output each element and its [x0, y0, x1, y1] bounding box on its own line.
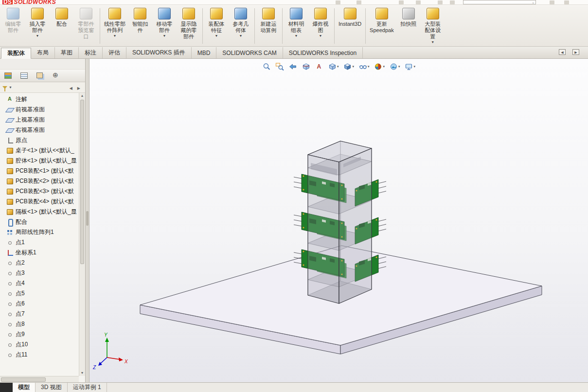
- command-tab[interactable]: MBD: [192, 47, 217, 58]
- tree-item-label: 上视基准面: [16, 116, 45, 124]
- command-tab[interactable]: SOLIDWORKS CAM: [216, 47, 283, 58]
- tree-item[interactable]: 点4: [0, 278, 79, 288]
- propertymanager-icon[interactable]: [20, 72, 28, 79]
- command-tab[interactable]: SOLIDWORKS 插件: [126, 47, 192, 58]
- tree-item[interactable]: 点8: [0, 319, 79, 329]
- view-tool-button[interactable]: ▾: [342, 62, 355, 71]
- tree-item[interactable]: 配合: [0, 217, 79, 227]
- tree-item[interactable]: 局部线性阵列1: [0, 227, 79, 237]
- filter-icon[interactable]: [2, 86, 7, 89]
- view-tool-button[interactable]: ▾: [374, 62, 386, 71]
- ribbon-button[interactable]: 零部件 预览窗 口 ▼: [74, 6, 98, 46]
- view-tool-button[interactable]: ▾: [358, 62, 370, 71]
- ribbon-button[interactable]: 移动零 部件 ▼: [152, 6, 177, 46]
- scroll-down-icon[interactable]: ▼: [79, 370, 85, 376]
- model-canvas[interactable]: Y X Z: [89, 59, 588, 382]
- view-tool-button[interactable]: ▾: [404, 62, 416, 71]
- scrollbar-thumb[interactable]: [1, 377, 46, 382]
- ribbon-group-separator: [365, 8, 366, 44]
- tree-item[interactable]: 点6: [0, 299, 79, 309]
- tree-item-label: 局部线性阵列1: [16, 228, 54, 236]
- pane-toggle-right-icon[interactable]: ▶: [572, 49, 579, 55]
- command-tab[interactable]: 草图: [55, 47, 79, 58]
- component-icon: [6, 178, 14, 185]
- ribbon-button[interactable]: 新建运 动算例 ▼: [256, 6, 281, 46]
- tree-item[interactable]: 隔板<1> (默认<默认_显: [0, 207, 79, 217]
- featuremanager-icon[interactable]: [4, 72, 12, 79]
- tree-vertical-scrollbar[interactable]: ▲ ▼: [79, 93, 85, 376]
- ribbon-button[interactable]: 插入零 部件 ▼: [25, 6, 50, 46]
- tree-item[interactable]: PCB装配<1> (默认<默: [0, 166, 79, 176]
- filter-caret-icon[interactable]: ▼: [9, 86, 12, 89]
- view-tool-button[interactable]: ▾: [389, 62, 401, 71]
- view-tool-button[interactable]: ▾: [262, 62, 271, 71]
- ribbon-button[interactable]: 线性零部 件阵列 ▼: [102, 6, 128, 46]
- graphics-viewport[interactable]: Y X Z ▾ ▾ ▾: [89, 59, 588, 382]
- configurationmanager-icon[interactable]: [36, 72, 44, 79]
- ribbon-button[interactable]: 配合 ▼: [50, 6, 74, 46]
- tree-item[interactable]: 前视基准面: [0, 105, 79, 115]
- tree-item[interactable]: 腔体<1> (默认<默认_显: [0, 156, 79, 166]
- command-tab[interactable]: 评估: [103, 47, 126, 58]
- tree-item[interactable]: 原点: [0, 135, 79, 145]
- tree-item[interactable]: PCB装配<4> (默认<默: [0, 196, 79, 207]
- command-tab[interactable]: SOLIDWORKS Inspection: [283, 47, 363, 58]
- tree-item[interactable]: 右视基准面: [0, 125, 79, 135]
- ribbon-button[interactable]: 显示隐 藏的零 部件 ▼: [177, 6, 201, 46]
- panel-top-gap: [0, 59, 85, 70]
- tree-item[interactable]: PCB装配<2> (默认<默: [0, 176, 79, 186]
- tree-item[interactable]: 坐标系1: [0, 248, 79, 258]
- tree-item[interactable]: 点3: [0, 268, 79, 278]
- scrollbar-thumb[interactable]: [80, 100, 84, 264]
- study-tab[interactable]: 模型: [13, 383, 36, 392]
- view-tool-button[interactable]: ▾: [301, 62, 311, 71]
- view-tool-button[interactable]: ▾: [275, 62, 285, 71]
- mate-icon: [55, 8, 68, 19]
- tree-item[interactable]: 点11: [0, 350, 79, 360]
- pane-toggle-left-icon[interactable]: ◀: [559, 49, 566, 55]
- ribbon-button-label: 移动零 部件: [157, 21, 173, 34]
- command-tab[interactable]: 标注: [79, 47, 103, 58]
- tree-item[interactable]: 点7: [0, 309, 79, 319]
- scroll-up-icon[interactable]: ▲: [79, 93, 85, 99]
- tree-item[interactable]: 上视基准面: [0, 115, 79, 125]
- tree-item[interactable]: PCB装配<3> (默认<默: [0, 186, 79, 196]
- dropdown-caret-icon: ▼: [431, 40, 434, 44]
- ribbon-button[interactable]: 智能扣 件 ▼: [128, 6, 152, 46]
- search-box[interactable]: ⌄: [463, 0, 536, 4]
- edit-component-icon: [7, 8, 19, 19]
- tree-item-label: 前视基准面: [16, 106, 45, 114]
- displaymanager-icon[interactable]: [52, 72, 60, 79]
- study-tab[interactable]: 3D 视图: [36, 383, 68, 392]
- command-tab[interactable]: 布局: [31, 47, 55, 58]
- ribbon-button[interactable]: 大型装 配体设 置 ▼: [421, 6, 445, 46]
- tree-item[interactable]: 点5: [0, 288, 79, 299]
- ribbon-button[interactable]: 参考几 何体 ▼: [229, 6, 253, 46]
- panel-scroll-right-icon[interactable]: ▶: [77, 86, 80, 90]
- tree-item[interactable]: 点10: [0, 339, 79, 350]
- ribbon-button[interactable]: 拍快照 ▼: [396, 6, 421, 46]
- feature-tree-wrap: 注解 前视基准面 上视基准面 右视基准面: [0, 93, 85, 382]
- ribbon-button-label: 拍快照: [400, 21, 416, 27]
- tree-item[interactable]: 注解: [0, 94, 79, 105]
- reference-geometry-icon: [234, 8, 247, 19]
- ribbon-button[interactable]: 装配体 特征 ▼: [204, 6, 229, 46]
- tree-item[interactable]: 点2: [0, 258, 79, 268]
- panel-scroll-left-icon[interactable]: ◀: [70, 86, 72, 90]
- tree-horizontal-scrollbar[interactable]: [0, 376, 79, 382]
- ribbon-button[interactable]: 编辑零 部件 ▼: [1, 6, 25, 46]
- view-tool-button[interactable]: ▾: [327, 62, 339, 71]
- ribbon-button[interactable]: 更新 Speedpak ▼: [367, 6, 396, 46]
- command-tab[interactable]: 装配体: [1, 48, 31, 59]
- ribbon-button[interactable]: 爆炸视 图 ▼: [308, 6, 333, 46]
- view-tool-button[interactable]: A ▾: [314, 62, 324, 71]
- tree-item[interactable]: 点9: [0, 329, 79, 339]
- panel-splitter[interactable]: [86, 59, 89, 382]
- study-tab[interactable]: 运动算例 1: [68, 383, 107, 392]
- bill-of-materials-icon: [290, 8, 303, 19]
- tree-item[interactable]: 桌子<1> (默认<<默认_: [0, 145, 79, 156]
- ribbon-button[interactable]: Instant3D ▼: [336, 6, 364, 46]
- view-tool-button[interactable]: ▾: [288, 62, 298, 71]
- tree-item[interactable]: 点1: [0, 237, 79, 248]
- ribbon-button[interactable]: 材料明 细表 ▼: [284, 6, 308, 46]
